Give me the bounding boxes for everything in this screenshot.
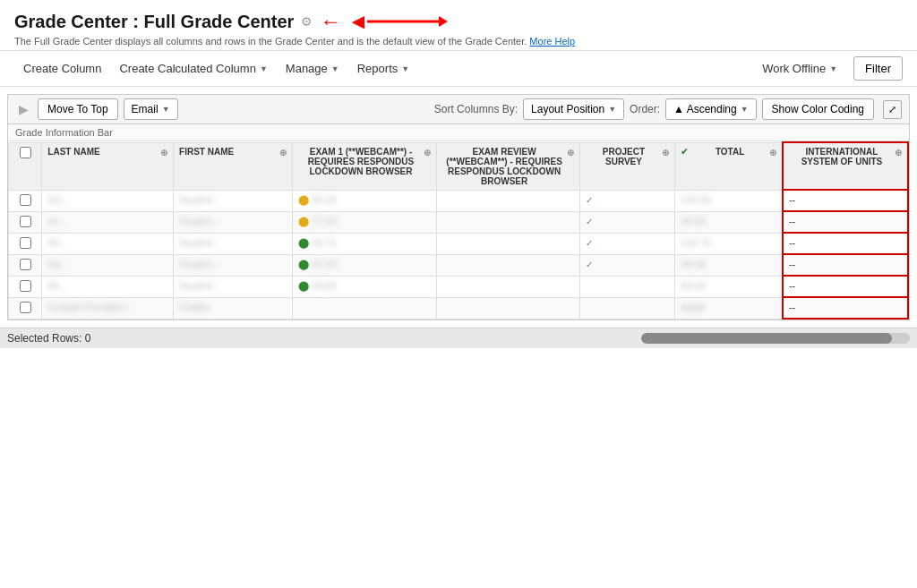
- cell-review: ·: [436, 233, 579, 254]
- sort-icon[interactable]: ⊕: [424, 148, 431, 158]
- sort-icon[interactable]: ⊕: [662, 148, 669, 158]
- bottom-bar: Selected Rows: 0: [0, 328, 917, 348]
- cell-review: [436, 254, 579, 276]
- cell-total: 100.00: [675, 190, 783, 211]
- caret-icon: ▼: [260, 64, 268, 73]
- cell-exam1: ⬤ 77.50: [293, 211, 436, 233]
- sort-icon[interactable]: ⊕: [895, 148, 902, 158]
- red-arrow-decoration: [367, 13, 448, 30]
- reports-button[interactable]: Reports ▼: [348, 56, 418, 81]
- manage-button[interactable]: Manage ▼: [277, 56, 348, 81]
- sort-dropdown-button[interactable]: Layout Position ▼: [523, 98, 624, 120]
- settings-icon[interactable]: ⚙: [301, 14, 313, 29]
- arrow-right-icon: ▶: [19, 102, 29, 116]
- cell-last-name: Da...: [42, 254, 174, 276]
- row-checkbox[interactable]: [20, 194, 31, 206]
- header-project-survey: PROJECT SURVEY ⊕: [579, 142, 675, 190]
- cell-first-name: Student: [174, 254, 293, 276]
- cell-last-name: Outside President: [42, 297, 174, 319]
- table-row: Outside President Fiddler ●●●● --: [9, 297, 909, 319]
- row-checkbox[interactable]: [20, 216, 31, 227]
- row-checkbox-cell: [9, 297, 42, 319]
- header-last-name: LAST NAME ⊕: [42, 142, 174, 190]
- filter-button[interactable]: Filter: [853, 56, 903, 81]
- order-dropdown-button[interactable]: ▲ Ascending ▼: [665, 98, 757, 120]
- email-button[interactable]: Email ▼: [124, 98, 178, 120]
- row-checkbox[interactable]: [20, 280, 31, 292]
- row-checkbox[interactable]: [20, 259, 31, 270]
- cell-first-name: Student: [174, 190, 293, 211]
- caret-icon: ▼: [608, 105, 616, 114]
- panel-arrow-button[interactable]: ▶: [15, 100, 32, 118]
- move-to-top-button[interactable]: Move To Top: [38, 98, 118, 120]
- more-help-link[interactable]: More Help: [529, 36, 575, 47]
- row-checkbox-cell: [9, 233, 42, 254]
- create-column-button[interactable]: Create Column: [14, 56, 110, 81]
- header-intl-system: INTERNATIONAL SYSTEM OF UNITS ⊕: [783, 142, 908, 190]
- cell-intl: --: [783, 233, 908, 254]
- cell-review: [436, 276, 579, 297]
- cell-review: [436, 211, 579, 233]
- sort-label: Sort Columns By:: [434, 103, 518, 115]
- caret-icon: ▼: [401, 64, 409, 73]
- cell-last-name: Wi...: [42, 233, 174, 254]
- cell-intl: --: [783, 254, 908, 276]
- cell-intl: --: [783, 211, 908, 233]
- work-offline-button[interactable]: Work Offline ▼: [753, 56, 846, 81]
- header-exam1: EXAM 1 (**WEBCAM**) - REQUIRES RESPONDUS…: [293, 142, 436, 190]
- cell-review: [436, 190, 579, 211]
- show-color-coding-button[interactable]: Show Color Coding: [762, 98, 874, 120]
- table-row: Sm... Student ⬤ 85.00 ✓ 100.00 --: [9, 190, 909, 211]
- header-total: ✔ TOTAL ⊕: [675, 142, 783, 190]
- select-all-checkbox[interactable]: [20, 147, 31, 158]
- cell-intl: --: [783, 190, 908, 211]
- row-checkbox-cell: [9, 276, 42, 297]
- cell-project: [579, 297, 675, 319]
- sort-icon[interactable]: ⊕: [160, 148, 167, 158]
- red-arrow-right: ← ◄: [320, 9, 368, 34]
- header-checkbox-cell: [9, 142, 42, 190]
- cell-last-name: Mi...: [42, 276, 174, 297]
- cell-project: ✓: [579, 233, 675, 254]
- caret-icon: ▼: [829, 64, 837, 73]
- page-title: Grade Center : Full Grade Center: [14, 12, 294, 32]
- header-first-name: FIRST NAME ⊕: [174, 142, 293, 190]
- cell-first-name: Fiddler: [174, 297, 293, 319]
- table-row: Mi... Student ⬤ 88.50 88.50 --: [9, 276, 909, 297]
- sort-icon[interactable]: ⊕: [567, 148, 574, 158]
- page-subtitle: The Full Grade Center displays all colum…: [14, 36, 903, 47]
- grade-table-wrapper: LAST NAME ⊕ FIRST NAME ⊕ EXAM 1 (**WEBCA…: [8, 141, 909, 320]
- table-header-row: LAST NAME ⊕ FIRST NAME ⊕ EXAM 1 (**WEBCA…: [9, 142, 909, 190]
- sort-icon[interactable]: ⊕: [279, 148, 287, 158]
- scrollbar-thumb[interactable]: [641, 333, 892, 344]
- row-checkbox-cell: [9, 254, 42, 276]
- grade-info-bar: Grade Information Bar: [8, 124, 909, 141]
- total-check-icon: ✔: [681, 147, 688, 157]
- caret-icon: ▼: [331, 64, 339, 73]
- cell-intl: --: [783, 297, 908, 319]
- grade-table: LAST NAME ⊕ FIRST NAME ⊕ EXAM 1 (**WEBCA…: [8, 141, 909, 320]
- row-checkbox[interactable]: [20, 302, 31, 313]
- fullscreen-icon: ⤢: [888, 104, 896, 115]
- cell-intl: --: [783, 276, 908, 297]
- main-toolbar: Create Column Create Calculated Column ▼…: [0, 51, 917, 87]
- cell-total: 102.75: [675, 233, 783, 254]
- order-label: Order:: [630, 103, 660, 115]
- row-checkbox[interactable]: [20, 237, 31, 249]
- cell-first-name: Student: [174, 211, 293, 233]
- caret-icon: ▼: [162, 105, 170, 114]
- fullscreen-button[interactable]: ⤢: [883, 100, 902, 119]
- page-header: Grade Center : Full Grade Center ⚙ ← ◄ T…: [0, 0, 917, 51]
- create-calculated-column-button[interactable]: Create Calculated Column ▼: [110, 56, 276, 81]
- cell-total: 98.00: [675, 254, 783, 276]
- cell-total: 88.50: [675, 276, 783, 297]
- cell-last-name: Jo...: [42, 211, 174, 233]
- cell-project: ✓: [579, 211, 675, 233]
- sort-icon[interactable]: ⊕: [769, 148, 776, 158]
- row-checkbox-cell: [9, 211, 42, 233]
- cell-review: [436, 297, 579, 319]
- caret-icon: ▼: [741, 105, 749, 114]
- table-row: Jo... Student ⬤ 77.50 ✓ 98.50 --: [9, 211, 909, 233]
- cell-exam1: ⬤ 85.00: [293, 190, 436, 211]
- horizontal-scrollbar[interactable]: [641, 333, 910, 344]
